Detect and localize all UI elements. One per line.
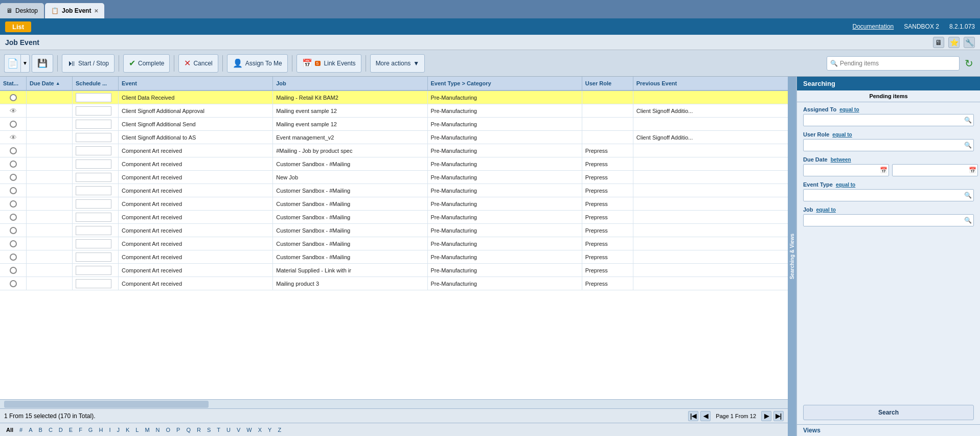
alpha-btn-w[interactable]: W: [244, 426, 254, 434]
table-row[interactable]: Client Data Received Mailing - Retail Ki…: [0, 91, 788, 104]
alpha-btn-h[interactable]: H: [97, 426, 105, 434]
event-type-input[interactable]: [804, 192, 962, 198]
alpha-btn-g[interactable]: G: [86, 426, 95, 434]
schedule-input[interactable]: [76, 239, 111, 248]
search-button[interactable]: Search: [803, 405, 974, 420]
schedule-input[interactable]: [76, 279, 111, 288]
schedule-input[interactable]: [76, 186, 111, 195]
alpha-btn-b[interactable]: B: [37, 426, 44, 434]
schedule-input[interactable]: [76, 213, 111, 222]
alpha-btn-m[interactable]: M: [143, 426, 151, 434]
alpha-btn-t[interactable]: T: [215, 426, 222, 434]
job-search-icon[interactable]: 🔍: [962, 215, 973, 226]
th-event-type[interactable]: Event Type > Category: [428, 77, 582, 90]
due-date-to-input[interactable]: [893, 167, 967, 173]
user-role-qualifier[interactable]: equal to: [832, 132, 852, 137]
start-stop-button[interactable]: ⏯ Start / Stop: [62, 54, 115, 73]
alpha-btn-e[interactable]: E: [67, 426, 75, 434]
alpha-btn-p[interactable]: P: [174, 426, 182, 434]
alpha-btn-d[interactable]: D: [57, 426, 65, 434]
table-row[interactable]: Component Art received Customer Sandbox …: [0, 237, 788, 250]
alpha-btn-q[interactable]: Q: [184, 426, 193, 434]
table-row[interactable]: Component Art received Customer Sandbox …: [0, 250, 788, 264]
table-row[interactable]: Component Art received Customer Sandbox …: [0, 211, 788, 224]
alpha-btn-i[interactable]: I: [107, 426, 112, 434]
alpha-btn-r[interactable]: R: [195, 426, 203, 434]
calendar-from-icon[interactable]: 📅: [878, 165, 888, 176]
table-row[interactable]: Component Art received Material Supplied…: [0, 264, 788, 277]
assigned-to-qualifier[interactable]: equal to: [839, 107, 859, 112]
schedule-input[interactable]: [76, 93, 111, 102]
event-type-qualifier[interactable]: equal to: [836, 182, 855, 188]
table-row[interactable]: Component Art received Customer Sandbox …: [0, 157, 788, 171]
list-button[interactable]: List: [5, 21, 31, 32]
schedule-input[interactable]: [76, 226, 111, 235]
alpha-btn-u[interactable]: U: [224, 426, 233, 434]
due-date-qualifier[interactable]: between: [831, 157, 851, 163]
link-events-button[interactable]: 📅 5 Link Events: [297, 54, 361, 73]
last-page-button[interactable]: ▶|: [773, 411, 784, 421]
tools-icon[interactable]: 🔧: [964, 37, 975, 48]
side-tab-label[interactable]: Searching & Views: [788, 230, 796, 283]
table-row[interactable]: Component Art received Customer Sandbox …: [0, 184, 788, 197]
schedule-input[interactable]: [76, 199, 111, 209]
alpha-btn-n[interactable]: N: [154, 426, 162, 434]
table-row[interactable]: Component Art received New Job Pre-Manuf…: [0, 171, 788, 184]
th-user-role[interactable]: User Role: [582, 77, 633, 90]
table-row[interactable]: Client Signoff Additional Send Mailing e…: [0, 118, 788, 131]
complete-button[interactable]: ✔ Complete: [123, 54, 170, 73]
alpha-btn-v[interactable]: V: [235, 426, 242, 434]
job-qualifier[interactable]: equal to: [816, 207, 836, 213]
event-type-search-icon[interactable]: 🔍: [962, 190, 973, 201]
alpha-btn-f[interactable]: F: [77, 426, 84, 434]
alpha-btn-y[interactable]: Y: [266, 426, 274, 434]
th-due-date[interactable]: Due Date ▲: [27, 77, 73, 90]
tab-close-icon[interactable]: ✕: [94, 8, 98, 14]
table-row[interactable]: Component Art received Customer Sandbox …: [0, 197, 788, 211]
alpha-btn-j[interactable]: J: [115, 426, 122, 434]
schedule-input[interactable]: [76, 120, 111, 129]
prev-page-button[interactable]: ◀: [700, 411, 711, 421]
schedule-input[interactable]: [76, 173, 111, 182]
schedule-input[interactable]: [76, 253, 111, 262]
alpha-btn-all[interactable]: All: [4, 426, 15, 434]
calendar-to-icon[interactable]: 📅: [967, 165, 977, 176]
alpha-btn-c[interactable]: C: [47, 426, 55, 434]
th-job[interactable]: Job: [273, 77, 427, 90]
documentation-link[interactable]: Documentation: [853, 23, 894, 30]
tab-pending-items[interactable]: Pending items: [797, 90, 980, 102]
more-actions-button[interactable]: More actions ▼: [370, 54, 425, 73]
tab-job-event[interactable]: 📋 Job Event ✕: [45, 3, 104, 18]
alpha-btn-#[interactable]: #: [17, 426, 25, 434]
alpha-btn-x[interactable]: X: [256, 426, 264, 434]
table-row[interactable]: Component Art received Customer Sandbox …: [0, 224, 788, 237]
schedule-input[interactable]: [76, 146, 111, 155]
due-date-from-input[interactable]: [804, 167, 878, 173]
alpha-btn-s[interactable]: S: [205, 426, 213, 434]
assign-to-me-button[interactable]: 👤 Assign To Me: [227, 54, 288, 73]
monitor-icon[interactable]: 🖥: [933, 37, 944, 48]
assigned-to-input[interactable]: [804, 117, 962, 123]
th-schedule[interactable]: Schedule ...: [73, 77, 119, 90]
user-role-search-icon[interactable]: 🔍: [962, 140, 973, 151]
th-previous-event[interactable]: Previous Event: [633, 77, 788, 90]
table-row[interactable]: Component Art received #Mailing - Job by…: [0, 144, 788, 157]
alpha-btn-o[interactable]: O: [164, 426, 173, 434]
cancel-button[interactable]: ✕ Cancel: [178, 54, 218, 73]
next-page-button[interactable]: ▶: [761, 411, 771, 421]
pending-search-input[interactable]: [840, 60, 952, 67]
horizontal-scrollbar[interactable]: [0, 399, 788, 408]
schedule-input[interactable]: [76, 133, 111, 142]
job-input[interactable]: [804, 217, 962, 223]
schedule-input[interactable]: [76, 266, 111, 275]
new-button[interactable]: 📄: [4, 54, 20, 73]
tab-desktop[interactable]: 🖥 Desktop: [0, 3, 44, 18]
first-page-button[interactable]: |◀: [688, 411, 698, 421]
table-row[interactable]: 👁 Client Signoff Additional to AS Event …: [0, 131, 788, 144]
alpha-btn-k[interactable]: K: [124, 426, 131, 434]
alpha-btn-l[interactable]: L: [133, 426, 141, 434]
th-status[interactable]: Stat...: [0, 77, 27, 90]
table-row[interactable]: Component Art received Mailing product 3…: [0, 277, 788, 290]
table-row[interactable]: 👁 Client Signoff Additional Approval Mai…: [0, 104, 788, 118]
schedule-input[interactable]: [76, 106, 111, 116]
